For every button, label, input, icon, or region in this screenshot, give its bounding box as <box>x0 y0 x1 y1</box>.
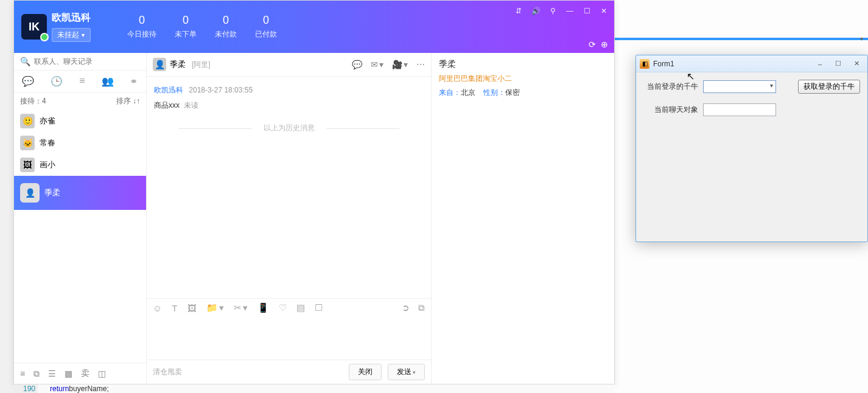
grid-icon[interactable]: ▦ <box>65 369 72 378</box>
clearance-label[interactable]: 清仓甩卖 <box>153 367 182 377</box>
app-title: 欧凯迅科 <box>52 12 91 24</box>
message-status: 未读 <box>184 101 198 110</box>
close-button[interactable]: 关闭 <box>349 364 382 380</box>
form1-window: ◧ Form1 – ☐ ✕ 当前登录的千牛 获取登录的千牛 当前聊天对象 <box>635 55 868 242</box>
label-current-chat: 当前聊天对象 <box>643 105 698 115</box>
combo-current-login[interactable] <box>703 80 776 93</box>
sidebar-bottom: ≡ ⧉ ☰ ▦ 卖 ◫ <box>14 363 146 384</box>
stat-num: 0 <box>175 14 197 27</box>
contact-name: 常春 <box>40 137 55 148</box>
form1-close-icon[interactable]: ✕ <box>849 59 864 69</box>
window-controls: ⇵ 🔊 ⚲ — ☐ ✕ <box>513 5 609 16</box>
stat-label: 未下单 <box>175 29 197 40</box>
stat-no-order[interactable]: 0 未下单 <box>175 14 197 40</box>
send-bubble-icon[interactable]: ➲ <box>402 302 410 313</box>
receive-row: 接待：4 排序 ↓↑ <box>14 92 146 110</box>
menu-icon[interactable]: ≡ <box>20 369 25 378</box>
stat-label: 已付款 <box>255 29 277 40</box>
gender-value: 保密 <box>505 88 520 97</box>
bottom-bar: 清仓甩卖 关闭 发送 <box>147 360 431 384</box>
image-icon[interactable]: 🖼 <box>187 303 197 313</box>
contact-item[interactable]: 🖼 画小 <box>14 154 146 176</box>
network-icon[interactable]: ⇵ <box>513 5 524 16</box>
new-window-icon[interactable]: ⧉ <box>418 302 425 313</box>
form1-body: 当前登录的千牛 获取登录的千牛 当前聊天对象 <box>636 72 867 123</box>
message-line: 商品xxx 未读 <box>154 100 424 111</box>
chat-header-actions: 💬 ✉▾ 🎥▾ ⋯ <box>352 60 425 69</box>
close-button-label: 关闭 <box>358 367 373 377</box>
message-sender: 欧凯迅科 <box>154 86 183 94</box>
stat-unpaid[interactable]: 0 未付款 <box>215 14 237 40</box>
app-logo[interactable]: IK <box>21 14 47 40</box>
background-blue-bar <box>615 38 868 40</box>
add-icon[interactable]: ⊕ <box>601 40 608 49</box>
line-number: 190 <box>13 384 38 393</box>
folder-icon[interactable]: 📁▾ <box>206 302 224 313</box>
contact-item-active[interactable]: 👤 季柔 <box>14 176 146 210</box>
avatar: 🙂 <box>20 114 35 128</box>
form1-window-controls: – ☐ ✕ <box>813 59 864 69</box>
avatar: 🐱 <box>20 136 35 150</box>
avatar: 👤 <box>20 183 40 203</box>
emoji-icon[interactable]: ☺ <box>153 303 162 313</box>
stat-today-receive[interactable]: 0 今日接待 <box>127 14 156 40</box>
text-icon[interactable]: T <box>172 303 177 313</box>
refresh-icon[interactable]: ⟳ <box>589 40 596 49</box>
chat-panel: 👤 季柔 [阿里] 💬 ✉▾ 🎥▾ ⋯ 欧凯迅科 2018-3-27 18:03… <box>147 53 432 384</box>
from-label: 来自： <box>439 88 461 97</box>
sell-label[interactable]: 卖 <box>81 368 89 379</box>
close-icon[interactable]: ✕ <box>598 5 609 16</box>
layout-icon[interactable]: ◫ <box>98 369 106 378</box>
mail-icon[interactable]: ✉▾ <box>371 60 383 69</box>
ide-snippet: 190 return buyerName; <box>13 384 615 393</box>
tab-history-icon[interactable]: 🕒 <box>51 75 63 87</box>
search-input[interactable] <box>34 57 140 66</box>
scissors-icon[interactable]: ✂▾ <box>234 302 248 313</box>
list-icon[interactable]: ☰ <box>48 369 56 378</box>
chat-history[interactable]: 欧凯迅科 2018-3-27 18:03:55 商品xxx 未读 以上为历史消息 <box>147 77 431 298</box>
bubble-icon[interactable]: 💬 <box>352 60 362 69</box>
message-input[interactable] <box>147 317 431 360</box>
status-dropdown[interactable]: 未挂起 <box>52 28 91 42</box>
form1-minimize-icon[interactable]: – <box>813 59 827 69</box>
send-button-label: 发送 <box>397 367 411 377</box>
window-icon[interactable]: ⧉ <box>33 369 40 379</box>
form1-maximize-icon[interactable]: ☐ <box>831 59 845 69</box>
input-toolbar: ☺ T 🖼 📁▾ ✂▾ 📱 ♡ ▤ ☐ ➲ ⧉ <box>147 298 431 317</box>
stat-num: 0 <box>255 14 277 27</box>
text-current-chat[interactable] <box>703 103 776 116</box>
minimize-icon[interactable]: — <box>564 5 575 16</box>
from-value: 北京 <box>461 88 475 97</box>
tab-group-icon[interactable]: ⚭ <box>130 75 138 87</box>
chat-header: 👤 季柔 [阿里] 💬 ✉▾ 🎥▾ ⋯ <box>147 53 431 77</box>
video-icon[interactable]: 🎥▾ <box>392 60 408 69</box>
phone-icon[interactable]: 📱 <box>257 302 269 313</box>
chat-avatar: 👤 <box>153 58 166 71</box>
status-label: 未挂起 <box>57 30 79 40</box>
info-contact-name: 季柔 <box>439 59 607 70</box>
sort-button[interactable]: 排序 ↓↑ <box>116 96 140 106</box>
contact-item[interactable]: 🙂 亦雀 <box>14 110 146 132</box>
fetch-login-button[interactable]: 获取登录的千牛 <box>798 80 860 94</box>
stat-paid[interactable]: 0 已付款 <box>255 14 277 40</box>
stat-num: 0 <box>215 14 237 27</box>
sidebar: 🔍 💬 🕒 ≡ 👥 ⚭ 接待：4 排序 ↓↑ 🙂 亦雀 🐱 <box>14 53 147 384</box>
card-icon[interactable]: ☐ <box>315 302 323 313</box>
form1-titlebar[interactable]: ◧ Form1 – ☐ ✕ <box>636 55 867 72</box>
contact-name: 画小 <box>40 159 55 170</box>
info-meta: 来自：北京 性别：保密 <box>439 88 607 98</box>
contact-item[interactable]: 🐱 常春 <box>14 132 146 154</box>
code-keyword: return <box>50 384 69 393</box>
more-icon[interactable]: ⋯ <box>416 60 425 69</box>
maximize-icon[interactable]: ☐ <box>581 5 592 16</box>
heart-icon[interactable]: ♡ <box>279 302 287 313</box>
send-button[interactable]: 发送 <box>388 364 425 380</box>
background-dropdown-icon: ▾ <box>860 35 863 42</box>
tab-chats-icon[interactable]: 💬 <box>22 75 34 87</box>
tab-friends-icon[interactable]: 👥 <box>102 75 114 87</box>
pin-icon[interactable]: ⚲ <box>547 5 558 16</box>
calculator-icon[interactable]: ▤ <box>296 302 305 313</box>
sound-icon[interactable]: 🔊 <box>530 5 541 16</box>
tab-contact-icon[interactable]: ≡ <box>79 75 85 87</box>
avatar: 🖼 <box>20 158 35 172</box>
